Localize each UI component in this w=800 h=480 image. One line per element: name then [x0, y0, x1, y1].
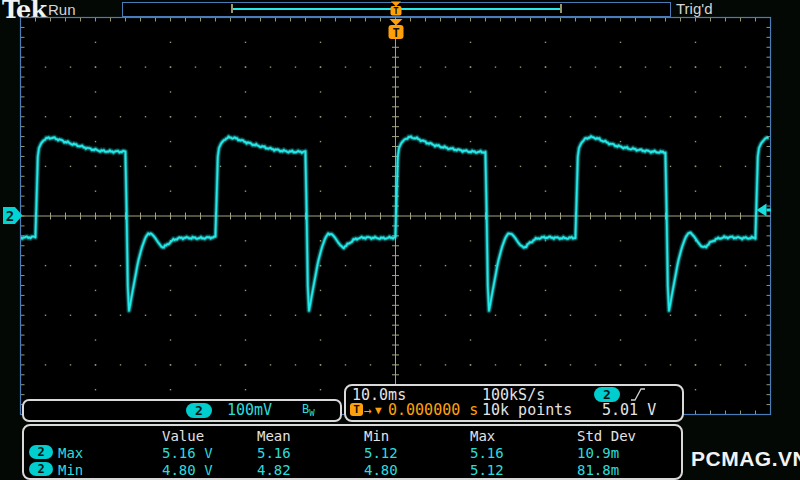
channel2-position-marker[interactable]: 2 — [3, 207, 23, 224]
measurement-max: 5.12 — [470, 463, 504, 477]
measurement-value: 4.80 V — [162, 463, 213, 477]
measurement-stddev: 81.8m — [577, 463, 619, 477]
measurement-mean: 5.16 — [257, 446, 291, 460]
trigger-level-value: 5.01 V — [602, 403, 656, 418]
arrow-icon: → — [364, 403, 372, 418]
record-view-left-bracket — [231, 4, 233, 13]
trigger-status: Trig'd — [676, 0, 712, 17]
measurement-mean: 4.82 — [257, 463, 291, 477]
trigger-delay-value: 0.000000 s — [388, 403, 478, 418]
measurement-label: Max — [58, 446, 83, 460]
graticule-grid — [21, 18, 771, 415]
graticule-border — [21, 18, 771, 415]
col-header-stddev: Std Dev — [577, 429, 636, 443]
row-channel-badge: 2 — [29, 462, 53, 476]
measurement-stddev: 10.9m — [577, 446, 619, 460]
ch2-waveform-trace — [21, 136, 769, 311]
trigger-source-badge: 2 — [594, 387, 620, 402]
pcmag-watermark: PCMAG.VN — [691, 447, 800, 471]
svg-text:2: 2 — [6, 208, 14, 224]
col-header-value: Value — [162, 429, 204, 443]
trigger-level-arrow[interactable] — [757, 204, 772, 217]
tek-logo: Tek — [2, 0, 46, 24]
channel2-badge: 2 — [186, 403, 212, 418]
oscilloscope-screen: Tek Run Trig'd T T 2 — [0, 0, 800, 480]
record-view-right-bracket — [560, 4, 562, 13]
record-view-bar — [122, 2, 671, 17]
measurement-max: 5.16 — [470, 446, 504, 460]
col-header-mean: Mean — [257, 429, 291, 443]
measurements-panel[interactable]: Value Mean Min Max Std Dev 2 Max 5.16 V … — [22, 424, 683, 480]
acquisition-status: Run — [48, 1, 76, 18]
trigger-position-flag[interactable]: T — [389, 19, 404, 40]
col-header-min: Min — [364, 429, 389, 443]
timebase-trigger-panel[interactable]: 10.0ms 100kS/s 2 T → ▼ 0.000000 s 10k po… — [344, 384, 684, 422]
delay-triangle-icon: ▼ — [375, 404, 382, 417]
trigger-delay-icon: T — [350, 403, 363, 416]
measurement-min: 5.12 — [364, 446, 398, 460]
bandwidth-limit-indicator: BW — [302, 402, 315, 418]
record-view-window — [232, 8, 561, 10]
svg-text:T: T — [392, 26, 399, 40]
measurement-min: 4.80 — [364, 463, 398, 477]
measurement-label: Min — [58, 463, 83, 477]
channel2-scale: 100mV — [227, 403, 272, 418]
channel2-readout-panel[interactable]: 2 100mV BW — [22, 399, 342, 422]
row-channel-badge: 2 — [29, 445, 53, 459]
record-length: 10k points — [482, 403, 572, 418]
col-header-max: Max — [470, 429, 495, 443]
measurement-value: 5.16 V — [162, 446, 213, 460]
